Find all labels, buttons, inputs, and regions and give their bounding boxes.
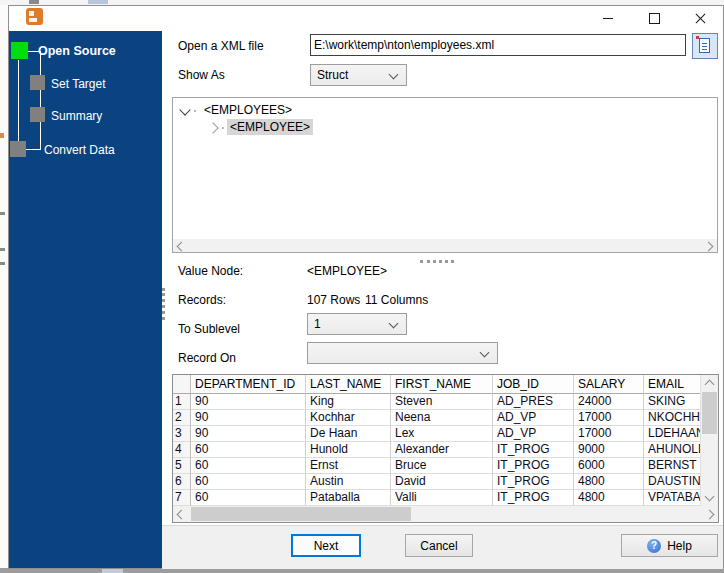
tree-node-label: <EMPLOYEE>: [227, 119, 313, 135]
close-button[interactable]: [677, 6, 723, 31]
column-header-department_id[interactable]: DEPARTMENT_ID: [191, 375, 306, 394]
table-vertical-scrollbar[interactable]: [700, 375, 718, 506]
main-panel: Open a XML file Show As Struct <EMPLOYEE…: [162, 31, 723, 525]
vertical-splitter-handle[interactable]: [162, 288, 165, 320]
table-header-row: DEPARTMENT_IDLAST_NAMEFIRST_NAMEJOB_IDSA…: [173, 375, 718, 394]
table-cell: 60: [191, 458, 306, 474]
browse-file-button[interactable]: [692, 33, 718, 59]
row-number-cell: 6: [173, 474, 191, 490]
tree-expander-collapsed-icon[interactable]: [207, 122, 218, 133]
table-cell: Kochhar: [306, 410, 391, 426]
column-header-job_id[interactable]: JOB_ID: [493, 375, 574, 394]
table-cell: Steven: [391, 394, 493, 410]
scroll-down-icon: [705, 492, 715, 502]
table-cell: 6000: [574, 458, 644, 474]
step-indicator-set-target: [30, 75, 45, 90]
row-number-cell: 3: [173, 426, 191, 442]
show-as-dropdown[interactable]: Struct: [310, 64, 407, 86]
table-cell: 60: [191, 490, 306, 506]
table-cell: Bruce: [391, 458, 493, 474]
to-sublevel-value: 1: [314, 317, 321, 331]
table-cell: Valli: [391, 490, 493, 506]
value-node-label: Value Node:: [178, 264, 243, 278]
tree-dot: [194, 110, 196, 112]
show-as-label: Show As: [178, 68, 225, 82]
column-header-first_name[interactable]: FIRST_NAME: [391, 375, 493, 394]
column-header-last_name[interactable]: LAST_NAME: [306, 375, 391, 394]
table-row[interactable]: 560ErnstBruceIT_PROG6000BERNST: [173, 458, 718, 474]
to-sublevel-dropdown[interactable]: 1: [307, 313, 407, 335]
table-cell: Austin: [306, 474, 391, 490]
scrollbar-thumb[interactable]: [702, 392, 717, 434]
records-columns-value: 11 Columns: [365, 293, 428, 307]
minimize-icon: [603, 18, 613, 19]
help-button[interactable]: ? Help: [621, 534, 718, 557]
table-row[interactable]: 290KochharNeenaAD_VP17000NKOCHHA: [173, 410, 718, 426]
row-number-cell: 5: [173, 458, 191, 474]
sidebar-step-set-target[interactable]: Set Target: [51, 77, 105, 91]
step-indicator-open-source: [11, 42, 28, 59]
cancel-button[interactable]: Cancel: [405, 534, 473, 557]
table-cell: 60: [191, 474, 306, 490]
record-on-label: Record On: [178, 351, 236, 365]
table-cell: De Haan: [306, 426, 391, 442]
dialog-window: Open Source Set Target Summary Convert D…: [8, 5, 724, 569]
row-number-cell: 4: [173, 442, 191, 458]
background-fragment: [0, 248, 5, 251]
row-number-cell: 2: [173, 410, 191, 426]
table-cell: DAUSTIN: [644, 474, 701, 490]
sidebar-step-open-source[interactable]: Open Source: [38, 44, 116, 58]
background-fragment: [29, 0, 39, 4]
tree-node-label: <EMPLOYEES>: [201, 102, 295, 118]
table-cell: 4800: [574, 490, 644, 506]
horizontal-splitter-handle[interactable]: [420, 260, 454, 263]
maximize-button[interactable]: [631, 6, 677, 31]
row-number-cell: 7: [173, 490, 191, 506]
footer-bar: Next Cancel ? Help: [162, 525, 723, 569]
column-header-email[interactable]: EMAIL: [644, 375, 701, 394]
table-cell: 17000: [574, 410, 644, 426]
minimize-button[interactable]: [585, 6, 631, 31]
table-cell: NKOCHHA: [644, 410, 701, 426]
tree-dot: [222, 127, 224, 129]
table-cell: LDEHAAN: [644, 426, 701, 442]
xml-structure-tree[interactable]: <EMPLOYEES> <EMPLOYEE>: [172, 97, 718, 253]
table-grid: DEPARTMENT_IDLAST_NAMEFIRST_NAMEJOB_IDSA…: [173, 375, 718, 506]
table-cell: IT_PROG: [493, 490, 574, 506]
tree-node-employee[interactable]: <EMPLOYEE>: [227, 119, 313, 136]
table-cell: 90: [191, 410, 306, 426]
step-connector-line: [26, 149, 41, 150]
next-button[interactable]: Next: [291, 534, 361, 557]
tree-node-employees[interactable]: <EMPLOYEES>: [201, 102, 295, 119]
title-bar: [9, 6, 723, 31]
tree-expander-expanded-icon[interactable]: [179, 104, 190, 115]
file-path-input[interactable]: [310, 34, 686, 56]
table-cell: 90: [191, 394, 306, 410]
records-label: Records:: [178, 293, 226, 307]
wizard-steps-sidebar: Open Source Set Target Summary Convert D…: [9, 31, 162, 568]
sidebar-step-convert-data[interactable]: Convert Data: [44, 143, 115, 157]
scroll-left-icon: [177, 242, 187, 252]
scrollbar-thumb[interactable]: [191, 507, 411, 521]
scroll-left-icon: [177, 510, 187, 520]
sidebar-step-summary[interactable]: Summary: [51, 109, 102, 123]
table-cell: Ernst: [306, 458, 391, 474]
table-cell: Hunold: [306, 442, 391, 458]
column-header-salary[interactable]: SALARY: [574, 375, 644, 394]
background-fragment: [0, 133, 4, 138]
table-row[interactable]: 390De HaanLexAD_VP17000LDEHAAN: [173, 426, 718, 442]
step-connector-line: [40, 51, 41, 149]
record-on-dropdown[interactable]: [307, 342, 498, 364]
show-as-value: Struct: [317, 68, 348, 82]
close-icon: [695, 13, 706, 24]
background-fragment: [88, 0, 108, 4]
table-horizontal-scrollbar[interactable]: [173, 506, 718, 522]
table-row[interactable]: 190KingStevenAD_PRES24000SKING: [173, 394, 718, 410]
table-row[interactable]: 660AustinDavidIT_PROG4800DAUSTIN: [173, 474, 718, 490]
table-row[interactable]: 760PataballaValliIT_PROG4800VPATABAL: [173, 490, 718, 506]
table-cell: King: [306, 394, 391, 410]
tree-horizontal-scrollbar[interactable]: [173, 239, 717, 252]
table-cell: AD_VP: [493, 426, 574, 442]
step-indicator-summary: [30, 107, 45, 122]
table-row[interactable]: 460HunoldAlexanderIT_PROG9000AHUNOLD: [173, 442, 718, 458]
